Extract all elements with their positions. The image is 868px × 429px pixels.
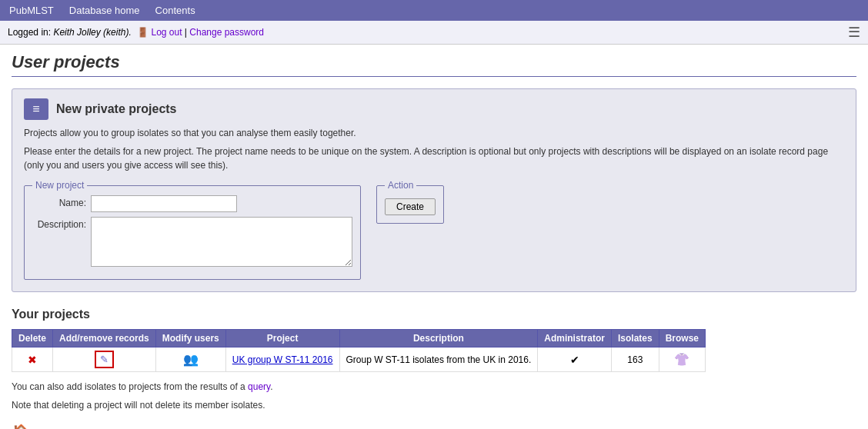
col-isolates: Isolates <box>611 330 659 348</box>
section-heading: New private projects <box>56 102 177 116</box>
logged-in-prefix: Logged in: <box>8 27 53 38</box>
section-text1: Projects allow you to group isolates so … <box>24 126 844 140</box>
top-navigation: PubMLST Database home Contents <box>0 0 868 21</box>
home-icon[interactable]: 🏠 <box>12 423 31 429</box>
footer-text-2: Note that deleting a project will not de… <box>12 398 856 413</box>
col-modify-users: Modify users <box>155 330 225 348</box>
logged-in-user: Keith Jolley (keith). <box>53 27 131 38</box>
logout-icon: 🚪 <box>137 27 149 38</box>
project-description-cell: Group W ST-11 isolates from the UK in 20… <box>339 348 538 372</box>
col-administrator: Administrator <box>538 330 612 348</box>
table-row: ✖ ✎ 👥 UK group W ST-11 2016 Group W ST-1… <box>12 348 706 372</box>
description-label: Description: <box>32 217 86 230</box>
new-projects-panel: ≡ New private projects Projects allow yo… <box>12 88 856 292</box>
nav-contents[interactable]: Contents <box>155 5 195 16</box>
new-project-form-row: New project Name: Description: Action Cr… <box>24 180 844 280</box>
browse-cell: 👚 <box>659 348 705 372</box>
footer1-suffix: . <box>270 381 272 392</box>
login-bar: Logged in: Keith Jolley (keith). 🚪 Log o… <box>0 21 868 45</box>
col-project: Project <box>225 330 339 348</box>
project-name-cell[interactable]: UK group W ST-11 2016 <box>225 348 339 372</box>
login-info: Logged in: Keith Jolley (keith). 🚪 Log o… <box>8 27 264 38</box>
isolates-cell: 163 <box>611 348 659 372</box>
footer1-prefix: You can also add isolates to projects fr… <box>12 381 248 392</box>
your-projects-section: Your projects Delete Add/remove records … <box>12 304 856 429</box>
action-legend: Action <box>385 180 416 191</box>
create-button[interactable]: Create <box>385 198 436 215</box>
col-add-remove: Add/remove records <box>53 330 156 348</box>
col-description: Description <box>339 330 538 348</box>
nav-database-home[interactable]: Database home <box>69 5 140 16</box>
new-project-fieldset: New project Name: Description: <box>24 180 361 280</box>
col-delete: Delete <box>12 330 53 348</box>
main-content: User projects ≡ New private projects Pro… <box>0 45 868 429</box>
delete-cell: ✖ <box>12 348 53 372</box>
col-browse: Browse <box>659 330 705 348</box>
logout-link[interactable]: Log out <box>151 27 182 38</box>
project-name-input[interactable] <box>91 195 237 212</box>
new-project-legend: New project <box>32 180 87 191</box>
administrator-cell: ✔ <box>538 348 612 372</box>
projects-table: Delete Add/remove records Modify users P… <box>12 329 706 372</box>
table-header: Delete Add/remove records Modify users P… <box>12 330 706 348</box>
add-remove-cell: ✎ <box>53 348 156 372</box>
your-projects-title: Your projects <box>12 308 856 321</box>
section-icon: ≡ <box>24 98 48 120</box>
people-icon[interactable]: 👥 <box>183 353 199 366</box>
name-field-row: Name: <box>32 195 352 212</box>
description-field-row: Description: <box>32 217 352 267</box>
browse-icon[interactable]: 👚 <box>674 353 689 366</box>
action-fieldset: Action Create <box>376 180 444 224</box>
query-link[interactable]: query <box>248 381 270 392</box>
name-label: Name: <box>32 195 86 208</box>
delete-icon[interactable]: ✖ <box>28 354 37 366</box>
section-header: ≡ New private projects <box>24 98 844 120</box>
modify-users-cell: 👥 <box>155 348 225 372</box>
pencil-icon: ✎ <box>100 354 108 365</box>
check-icon: ✔ <box>570 354 579 366</box>
change-password-link[interactable]: Change password <box>189 27 264 38</box>
add-remove-button[interactable]: ✎ <box>95 351 114 368</box>
nav-brand[interactable]: PubMLST <box>9 5 54 16</box>
page-title: User projects <box>12 52 856 77</box>
section-text2: Please enter the details for a new proje… <box>24 145 844 172</box>
footer-text-1: You can also add isolates to projects fr… <box>12 380 856 394</box>
project-description-input[interactable] <box>91 217 352 267</box>
hamburger-menu-icon[interactable]: ☰ <box>848 24 860 41</box>
